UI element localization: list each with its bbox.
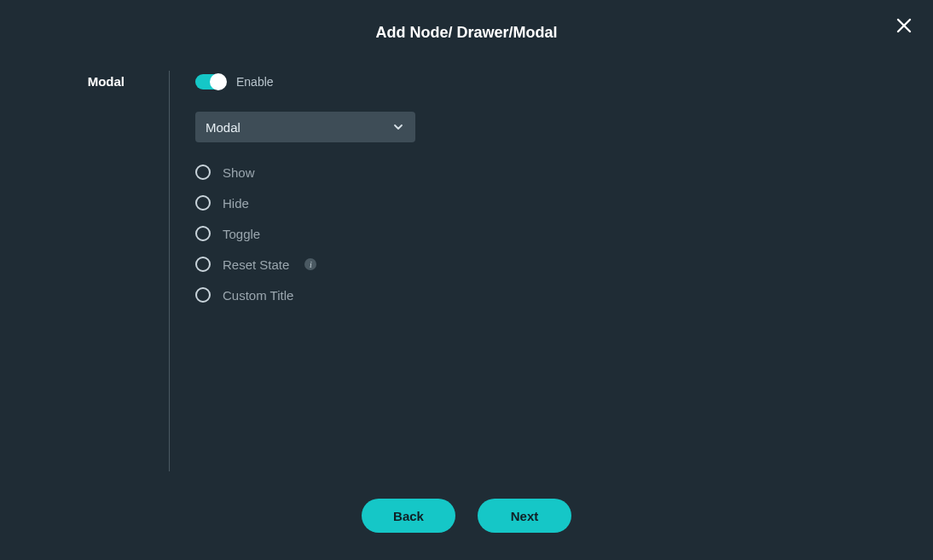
next-button[interactable]: Next [478, 499, 571, 533]
radio-label: Hide [223, 196, 249, 211]
toggle-knob [210, 73, 227, 90]
close-icon [896, 18, 912, 33]
radio-circle-icon [195, 195, 211, 211]
close-button[interactable] [894, 15, 914, 36]
radio-custom-title[interactable]: Custom Title [195, 287, 415, 303]
back-button[interactable]: Back [362, 499, 455, 533]
radio-label: Reset State [223, 257, 289, 272]
side-label: Modal [0, 71, 169, 471]
enable-toggle[interactable] [195, 74, 226, 89]
select-value: Modal [206, 120, 240, 135]
radio-label: Custom Title [223, 288, 293, 303]
radio-circle-icon [195, 226, 211, 241]
enable-row: Enable [195, 74, 415, 89]
info-icon[interactable]: i [304, 258, 316, 270]
modal-body: Modal Enable Modal Show [0, 71, 933, 471]
modal-footer: Back Next [0, 499, 933, 533]
modal-title: Add Node/ Drawer/Modal [0, 0, 933, 42]
chevron-down-icon [393, 122, 403, 132]
radio-toggle[interactable]: Toggle [195, 226, 415, 241]
add-node-modal: Add Node/ Drawer/Modal Modal Enable Moda… [0, 0, 933, 560]
radio-reset-state[interactable]: Reset State i [195, 257, 415, 272]
radio-show[interactable]: Show [195, 165, 415, 180]
modal-content: Enable Modal Show Hide To [170, 71, 415, 471]
radio-hide[interactable]: Hide [195, 195, 415, 211]
radio-label: Toggle [223, 227, 260, 241]
radio-list: Show Hide Toggle Reset State i Cus [195, 165, 415, 303]
radio-circle-icon [195, 165, 211, 180]
radio-circle-icon [195, 287, 211, 303]
type-select[interactable]: Modal [195, 112, 415, 142]
radio-circle-icon [195, 257, 211, 272]
enable-label: Enable [236, 75, 274, 89]
radio-label: Show [223, 165, 255, 180]
